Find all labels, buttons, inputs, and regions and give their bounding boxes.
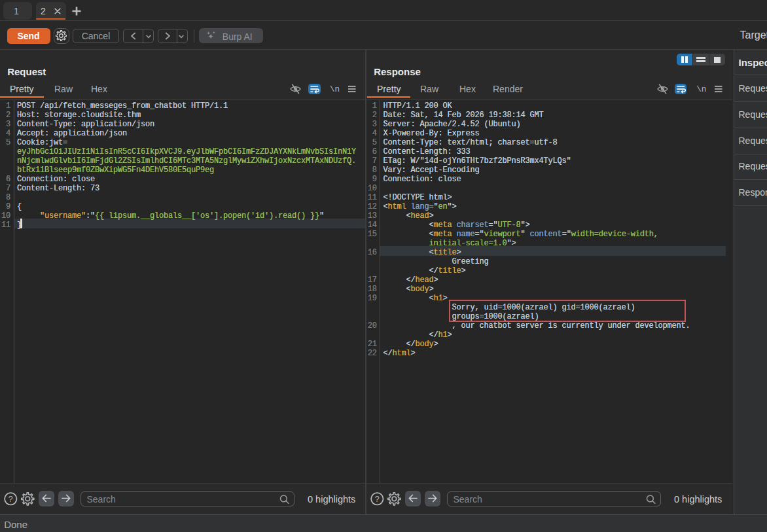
svg-text:?: ? — [375, 494, 380, 503]
svg-text:?: ? — [9, 494, 13, 503]
